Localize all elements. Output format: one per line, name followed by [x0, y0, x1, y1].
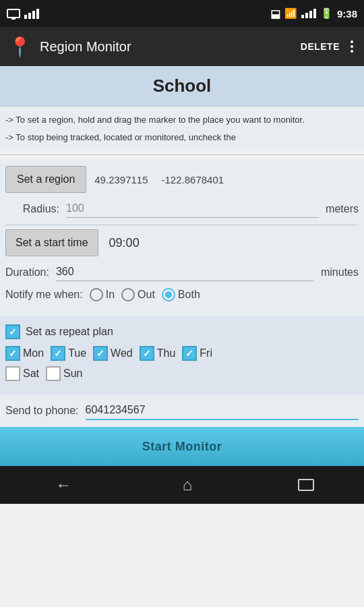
sun-checkbox[interactable]: ✓	[46, 366, 61, 381]
thu-checkbox[interactable]: ✓	[140, 346, 154, 361]
duration-unit: minutes	[321, 266, 359, 279]
sun-label: Sun	[63, 368, 82, 380]
nav-home-button[interactable]	[177, 470, 198, 500]
nav-bar	[0, 466, 364, 504]
notify-out-option[interactable]: Out	[121, 288, 155, 301]
nav-recent-button[interactable]	[298, 479, 314, 491]
bluetooth-icon: ⬓	[270, 7, 280, 20]
coordinates: 49.2397115 -122.8678401	[94, 174, 224, 185]
wed-label: Wed	[111, 347, 133, 359]
notify-both-label: Both	[178, 289, 200, 301]
app-bar: 📍 Region Monitor DELETE	[0, 27, 364, 66]
tue-checkbox[interactable]: ✓	[51, 346, 65, 361]
phone-input[interactable]	[86, 401, 359, 420]
instruction-line-2: -> To stop being tracked, located or mon…	[5, 131, 359, 144]
notify-row: Notify me when: In Out Both	[5, 288, 359, 301]
longitude: -122.8678401	[162, 174, 224, 185]
app-title: Region Monitor	[40, 39, 293, 55]
set-region-button[interactable]: Set a region	[5, 166, 86, 193]
weekend-row: ✓ Sat ✓ Sun	[5, 366, 359, 381]
radius-unit: meters	[326, 203, 359, 215]
notify-in-label: In	[106, 289, 115, 301]
notify-both-option[interactable]: Both	[162, 288, 200, 301]
wifi-icon: 📶	[284, 7, 297, 20]
region-row: Set a region 49.2397115 -122.8678401	[5, 166, 359, 193]
notify-out-label: Out	[138, 289, 155, 301]
day-wed[interactable]: ✓ Wed	[93, 346, 133, 361]
clock: 9:38	[337, 8, 357, 20]
cell-signal-icon	[301, 9, 316, 18]
set-start-time-button[interactable]: Set a start time	[5, 229, 98, 256]
location-name-input[interactable]: School	[153, 76, 212, 96]
school-name-bar: School	[0, 66, 364, 107]
notify-in-radio[interactable]	[90, 288, 103, 301]
delete-button[interactable]: DELETE	[301, 41, 340, 52]
notify-in-option[interactable]: In	[90, 288, 115, 301]
location-pin-icon: 📍	[8, 36, 32, 58]
sat-checkbox[interactable]: ✓	[5, 366, 20, 381]
mon-checkbox[interactable]: ✓	[5, 346, 20, 361]
start-monitor-button[interactable]: Start Monitor	[0, 427, 364, 466]
radius-input[interactable]	[66, 200, 319, 218]
weekdays-row: ✓ Mon ✓ Tue ✓ Wed ✓ Thu ✓ Fri	[5, 346, 359, 361]
signal-bars-icon	[24, 9, 39, 19]
nav-back-button[interactable]	[50, 470, 77, 500]
day-thu[interactable]: ✓ Thu	[140, 346, 176, 361]
start-time-value: 09:00	[109, 236, 140, 250]
battery-icon: 🔋	[320, 7, 333, 20]
latitude: 49.2397115	[94, 174, 148, 185]
thu-label: Thu	[157, 347, 176, 359]
checkmark-icon: ✓	[9, 326, 17, 337]
sat-label: Sat	[23, 368, 39, 380]
duration-row: Duration: minutes	[5, 263, 359, 281]
day-sun[interactable]: ✓ Sun	[46, 366, 82, 381]
phone-row: Send to phone:	[5, 401, 359, 420]
tue-label: Tue	[68, 347, 86, 359]
status-bar-right: ⬓ 📶 🔋 9:38	[270, 7, 357, 20]
wed-checkbox[interactable]: ✓	[93, 346, 108, 361]
radius-row: Radius: meters	[5, 200, 359, 218]
start-time-row: Set a start time 09:00	[5, 229, 359, 256]
screen-icon	[7, 9, 20, 18]
radius-label: Radius:	[5, 203, 59, 215]
instructions-text: -> To set a region, hold and drag the ma…	[0, 107, 364, 150]
fri-checkbox[interactable]: ✓	[182, 346, 197, 361]
more-options-button[interactable]	[348, 38, 356, 55]
day-fri[interactable]: ✓ Fri	[182, 346, 212, 361]
day-sat[interactable]: ✓ Sat	[5, 366, 39, 381]
notify-both-radio[interactable]	[162, 288, 175, 301]
repeat-header: ✓ Set as repeat plan	[5, 324, 359, 339]
notify-out-radio[interactable]	[121, 288, 135, 301]
fri-label: Fri	[200, 347, 212, 359]
form-section: Set a region 49.2397115 -122.8678401 Rad…	[0, 159, 364, 316]
instruction-line-1: -> To set a region, hold and drag the ma…	[5, 113, 359, 127]
day-mon[interactable]: ✓ Mon	[5, 346, 44, 361]
status-bar-left	[7, 9, 39, 19]
status-bar: ⬓ 📶 🔋 9:38	[0, 0, 364, 27]
phone-label: Send to phone:	[5, 405, 79, 417]
duration-label: Duration:	[5, 266, 49, 279]
mon-label: Mon	[23, 347, 44, 359]
notify-label: Notify me when:	[5, 289, 83, 301]
repeat-plan-label: Set as repeat plan	[26, 326, 113, 338]
day-tue[interactable]: ✓ Tue	[51, 346, 86, 361]
phone-section: Send to phone:	[0, 395, 364, 427]
duration-input[interactable]	[56, 263, 314, 281]
repeat-plan-checkbox[interactable]: ✓	[5, 324, 20, 339]
repeat-section: ✓ Set as repeat plan ✓ Mon ✓ Tue ✓ Wed ✓	[0, 316, 364, 395]
